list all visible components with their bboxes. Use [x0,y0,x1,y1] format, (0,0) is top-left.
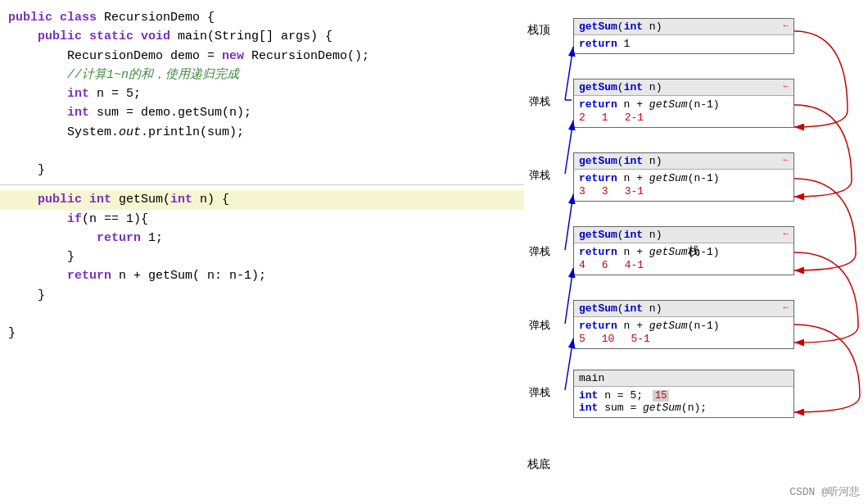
frame-main-body: int n = 5; int sum = getSum(n); 15 [574,387,793,417]
stack-frame-5: getSum(int n) ← return n + getSum(n-1) 5… [573,300,794,349]
code-line-14: } [0,247,524,266]
stack-frame-3: getSum(int n) ← return n + getSum(n-1) 3… [573,152,794,202]
frame4-values: 4 6 4-1 [579,259,789,271]
svg-line-0 [565,47,573,100]
svg-line-4 [565,338,573,390]
code-line-1: public class RecursionDemo { [0,8,524,27]
frame2-values: 2 1 2-1 [579,111,789,124]
stack-frame-1: getSum(int n) ← return 1 [573,18,794,54]
code-separator [0,184,524,185]
code-line-17 [0,305,524,324]
stack-frame-4: getSum(int n) ← return n + getSum(n-1) 4… [573,226,794,275]
code-line-5: int n = 5; [0,84,524,103]
code-line-12: if(n == 1){ [0,210,524,229]
popstack-label-2: 弹栈 [529,168,550,183]
code-line-13: return 1; [0,229,524,247]
code-line-9: } [0,161,524,179]
code-line-15: return n + getSum( n: n-1); [0,266,524,285]
frame-main-header: main [574,370,793,387]
frame3-values: 3 3 3-1 [579,185,789,198]
svg-line-2 [565,194,573,250]
frame1-body: return 1 [574,35,793,53]
popstack-label-4: 弹栈 [529,318,550,333]
code-line-7: System.out.println(sum); [0,123,524,142]
frame4-header: getSum(int n) ← [574,227,793,243]
frame5-values: 5 10 5-1 [579,333,789,345]
code-line-18: } [0,324,524,343]
popstack-label-5: 弹栈 [529,385,550,400]
stack-panel: 栈顶 栈底 栈 弹栈 弹栈 弹栈 弹栈 弹栈 getSum(int n) ← r… [524,0,868,504]
code-line-3: RecursionDemo demo = new RecursionDemo()… [0,47,524,66]
frame4-body: return n + getSum(n-1) 4 6 4-1 [574,243,793,275]
stack-top-label: 栈顶 [527,23,550,38]
frame3-body: return n + getSum(n-1) 3 3 3-1 [574,170,793,201]
code-line-2: public static void main(String[] args) { [0,27,524,46]
frame1-header: getSum(int n) ← [574,19,793,35]
frame5-header: getSum(int n) ← [574,301,793,317]
svg-line-3 [565,268,573,324]
stack-frame-2: getSum(int n) ← return n + getSum(n-1) 2… [573,79,794,128]
code-panel: public class RecursionDemo { public stat… [0,0,524,504]
code-line-6: int sum = demo.getSum(n); [0,103,524,122]
code-line-11: public int getSum(int n) { [0,190,524,209]
sum-value: 15 [653,390,669,402]
code-line-8 [0,142,524,161]
code-line-4: //计算1~n的和，使用递归完成 [0,66,524,84]
code-line-16: } [0,286,524,305]
popstack-label-1: 弹栈 [529,94,550,109]
frame2-header: getSum(int n) ← [574,79,793,96]
frame3-header: getSum(int n) ← [574,153,793,170]
svg-line-1 [565,120,573,174]
watermark: CSDN @听河悲 [789,484,860,499]
frame5-body: return n + getSum(n-1) 5 10 5-1 [574,317,793,348]
popstack-label-3: 弹栈 [529,244,550,259]
frame2-body: return n + getSum(n-1) 2 1 2-1 [574,96,793,127]
stack-bottom-label: 栈底 [527,457,550,472]
stack-frame-main: main int n = 5; int sum = getSum(n); 15 [573,370,794,418]
